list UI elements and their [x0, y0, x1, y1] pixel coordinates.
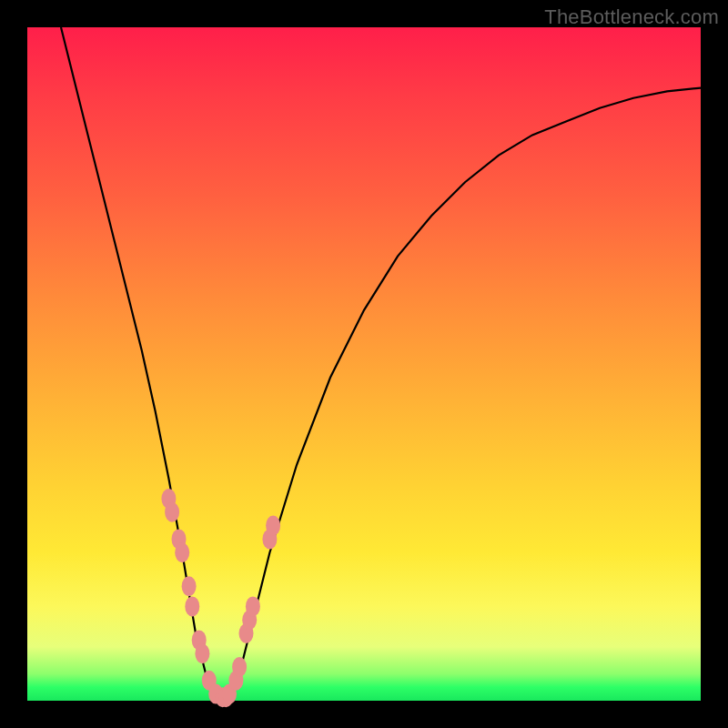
- plot-area: [27, 27, 701, 701]
- data-point-group: [161, 489, 280, 707]
- chart-svg: [27, 27, 701, 701]
- data-point: [165, 502, 179, 522]
- watermark-text: TheBottleneck.com: [544, 5, 719, 29]
- data-point: [246, 596, 260, 616]
- data-point: [266, 516, 280, 536]
- data-point: [185, 596, 199, 616]
- data-point: [175, 542, 189, 562]
- data-point: [195, 643, 209, 663]
- bottleneck-curve: [61, 27, 701, 701]
- data-point: [232, 657, 247, 677]
- chart-frame: TheBottleneck.com: [0, 0, 728, 728]
- data-point: [182, 576, 197, 596]
